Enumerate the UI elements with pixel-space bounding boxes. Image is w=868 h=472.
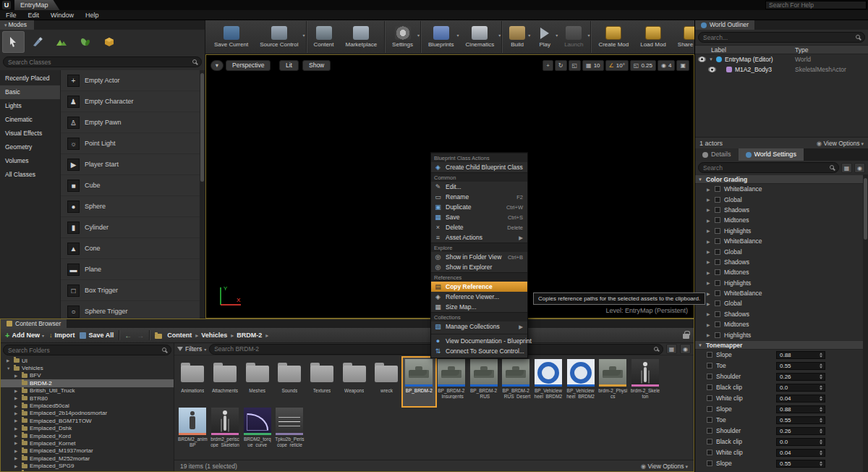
override-checkbox[interactable] xyxy=(707,439,712,444)
color-grading-row[interactable]: ▶ Shadows xyxy=(695,205,868,215)
tab-world-settings[interactable]: World Settings xyxy=(739,148,804,161)
expander-icon[interactable]: ▶ xyxy=(707,259,711,264)
placeable-item[interactable]: ■ Cube xyxy=(61,175,205,196)
value-input[interactable]: 0.88 xyxy=(776,351,825,359)
context-menu-row[interactable]: ◎ Show in Folder View Ctrl+B xyxy=(431,252,527,262)
expander-icon[interactable]: ▶ xyxy=(707,218,711,223)
asset-tile[interactable]: brdm-2_Physics xyxy=(597,358,629,406)
mode-category[interactable]: Visual Effects xyxy=(0,127,60,140)
search-folders-input[interactable] xyxy=(4,345,171,355)
override-checkbox[interactable] xyxy=(707,406,712,412)
outliner-view-options-button[interactable]: View Options xyxy=(817,140,864,147)
dropdown-arrow-icon[interactable]: ▾ xyxy=(417,33,420,38)
perspective-button[interactable]: Perspective xyxy=(226,60,271,71)
value-input[interactable]: 0.0 xyxy=(776,438,825,446)
tree-item[interactable]: ▶ British_Util_Truck xyxy=(1,387,174,395)
value-spinner[interactable] xyxy=(818,406,824,413)
tree-item[interactable]: ▶ UI xyxy=(1,357,174,364)
lock-icon[interactable] xyxy=(683,334,689,339)
override-checkbox[interactable] xyxy=(715,290,720,296)
camera-speed-control[interactable]: ◉ 4 xyxy=(658,60,675,71)
tree-item[interactable]: BRDM-2 xyxy=(1,379,174,387)
asset-tile[interactable]: Animations xyxy=(176,358,209,406)
placeable-item[interactable]: ▲ Cone xyxy=(61,238,205,259)
override-checkbox[interactable] xyxy=(715,321,720,327)
help-search-input[interactable] xyxy=(765,1,867,9)
placeable-item[interactable]: ▬ Plane xyxy=(61,259,205,280)
toolbar-button[interactable]: Marketplace xyxy=(340,21,386,53)
value-input[interactable]: 0.0 xyxy=(776,384,825,392)
viewport-options-button[interactable]: ▾ xyxy=(210,60,224,71)
color-grading-row[interactable]: ▶ Midtones xyxy=(695,319,868,329)
menu-item[interactable]: Window xyxy=(45,10,80,20)
override-checkbox[interactable] xyxy=(707,417,712,423)
override-checkbox[interactable] xyxy=(715,197,720,203)
asset-tile[interactable]: brdm-2_Skeleton xyxy=(629,358,662,406)
breadcrumb-item[interactable]: Content xyxy=(167,332,198,339)
placeable-item[interactable]: ♙ Empty Pawn xyxy=(61,112,205,133)
foliage-mode-icon[interactable] xyxy=(74,31,96,53)
tab-details[interactable]: Details xyxy=(695,148,739,161)
override-checkbox[interactable] xyxy=(715,269,720,275)
scale-snap-control[interactable]: ◱ 0.25 xyxy=(630,60,656,71)
tree-item[interactable]: ▶ Emplaced_M252mortar xyxy=(1,455,174,462)
menu-item[interactable]: Edit xyxy=(22,10,46,20)
color-grading-row[interactable]: ▶ WhiteBalance xyxy=(695,236,868,246)
value-spinner[interactable] xyxy=(818,460,824,467)
color-grading-row[interactable]: ▶ Highlights xyxy=(695,329,868,340)
back-button[interactable]: ← xyxy=(124,332,132,340)
override-checkbox[interactable] xyxy=(715,280,720,286)
value-spinner[interactable] xyxy=(818,374,824,380)
toolbar-button[interactable]: Build ▾ xyxy=(503,21,531,53)
override-checkbox[interactable] xyxy=(715,207,720,213)
override-checkbox[interactable] xyxy=(707,384,712,390)
tree-item[interactable]: ▶ Emplaced_Kornet xyxy=(1,439,174,447)
search-classes-input[interactable] xyxy=(4,57,201,67)
asset-tile[interactable]: Textures xyxy=(306,358,339,406)
value-input[interactable]: 0.55 xyxy=(776,460,825,468)
expander-icon[interactable]: ▶ xyxy=(707,228,711,233)
color-grading-row[interactable]: ▶ Shadows xyxy=(695,257,868,267)
override-checkbox[interactable] xyxy=(715,332,720,338)
dropdown-arrow-icon[interactable]: ▾ xyxy=(587,33,590,38)
modes-scrollbar[interactable] xyxy=(200,70,205,319)
value-spinner[interactable] xyxy=(818,417,824,423)
context-menu-row[interactable]: ⇅ Connect To Source Control... xyxy=(431,346,527,356)
details-scrollbar[interactable] xyxy=(863,174,868,472)
placeable-item[interactable]: ○ Sphere Trigger xyxy=(61,301,205,319)
add-new-button[interactable]: + Add New ▾ xyxy=(5,331,44,340)
outliner-row[interactable]: ▼ EntryMap (Editor) World xyxy=(695,54,868,64)
asset-tile[interactable]: BP_BRDM-2 xyxy=(403,358,435,406)
expander-icon[interactable]: ▶ xyxy=(707,322,711,327)
expander-icon[interactable]: ▶ xyxy=(707,187,711,192)
document-tab-entrymap[interactable]: EntryMap xyxy=(14,0,60,10)
paint-mode-icon[interactable] xyxy=(26,31,48,53)
color-grading-row[interactable]: ▶ WhiteBalance xyxy=(695,184,868,194)
expander-icon[interactable]: ▶ xyxy=(707,207,711,212)
placeable-item[interactable]: ▮ Cylinder xyxy=(61,217,205,238)
asset-tile[interactable]: Weapons xyxy=(338,358,370,406)
dropdown-arrow-icon[interactable]: ▾ xyxy=(498,33,501,38)
asset-tile[interactable]: Sounds xyxy=(273,358,306,406)
dropdown-arrow-icon[interactable]: ▾ xyxy=(528,33,530,38)
modes-tab[interactable]: Modes xyxy=(0,20,34,30)
world-outliner-tab[interactable]: World Outliner xyxy=(695,20,754,30)
asset-tile[interactable]: BP_BRDM-2_Insurgents xyxy=(435,358,468,406)
asset-tile[interactable]: BRDM2_animBP xyxy=(176,406,209,455)
value-input[interactable]: 0.26 xyxy=(776,427,825,435)
mode-category[interactable]: Volumes xyxy=(0,154,60,168)
context-menu-row[interactable]: ▦ Save Ctrl+S xyxy=(431,212,527,222)
override-checkbox[interactable] xyxy=(707,352,712,358)
value-spinner[interactable] xyxy=(818,384,824,391)
lit-mode-button[interactable]: Lit xyxy=(279,60,299,71)
override-checkbox[interactable] xyxy=(707,460,712,466)
color-grading-row[interactable]: ▶ WhiteBalance xyxy=(695,288,868,298)
context-menu-row[interactable]: ◈ Create Child Blueprint Class xyxy=(431,162,527,172)
value-spinner[interactable] xyxy=(818,395,824,402)
override-checkbox[interactable] xyxy=(715,300,720,306)
value-input[interactable]: 0.88 xyxy=(776,405,825,413)
filters-button[interactable]: Filters ▾ xyxy=(177,345,206,353)
override-checkbox[interactable] xyxy=(707,450,712,455)
tree-item[interactable]: ▶ BTR80 xyxy=(1,395,174,402)
forward-button[interactable]: → xyxy=(137,332,144,340)
